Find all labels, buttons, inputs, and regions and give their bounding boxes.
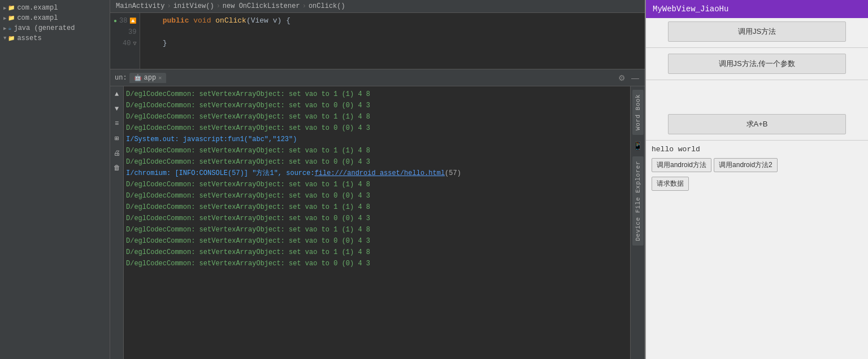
scroll-up-button[interactable]: ▲ bbox=[111, 89, 123, 100]
line-num-39: 39 bbox=[114, 27, 136, 38]
call-js-btn[interactable]: 调用JS方法 bbox=[668, 21, 845, 42]
phone-icon: 📱 bbox=[632, 141, 644, 152]
scroll-down-button[interactable]: ▼ bbox=[111, 103, 123, 115]
line-num-40: 40 ▽ bbox=[114, 38, 136, 49]
method-onclick: onClick bbox=[215, 16, 246, 25]
tab-actions: ⚙ — bbox=[617, 72, 640, 84]
log-message: D/eglCodecCommon: setVertexArrayObject: … bbox=[126, 202, 370, 212]
hello-text: hello world bbox=[646, 143, 868, 156]
minimize-button[interactable]: — bbox=[630, 72, 640, 84]
log-message: D/eglCodecCommon: setVertexArrayObject: … bbox=[126, 247, 370, 257]
log-message: D/eglCodecCommon: setVertexArrayObject: … bbox=[126, 259, 370, 269]
log-row: D/eglCodecCommon: setVertexArrayObject: … bbox=[124, 111, 630, 122]
small-buttons-area: 调用android方法 调用android方法2 bbox=[646, 156, 868, 174]
log-message: D/eglCodecCommon: setVertexArrayObject: … bbox=[126, 225, 370, 235]
log-message: D/eglCodecCommon: setVertexArrayObject: … bbox=[126, 89, 370, 99]
log-row: I/chromium: [INFO:CONSOLE(57)] "方法1", so… bbox=[124, 168, 630, 179]
log-content[interactable]: D/eglCodecCommon: setVertexArrayObject: … bbox=[124, 86, 630, 359]
tree-label-3: java (generated bbox=[14, 24, 75, 32]
editor-area: MainActivity › initView() › new OnClickL… bbox=[110, 0, 645, 359]
tree-label-2: com.exampl bbox=[17, 14, 58, 22]
log-row: D/eglCodecCommon: setVertexArrayObject: … bbox=[124, 258, 630, 269]
tree-item-java[interactable]: ▶ ☕ java (generated bbox=[0, 23, 110, 33]
breadcrumb-onclick: onClick() bbox=[309, 2, 345, 10]
tree-item-com1[interactable]: ▶ 📁 com.exampl bbox=[0, 3, 110, 13]
line-num-text-38: 38 bbox=[119, 17, 127, 25]
clear-log-button[interactable]: 🗑 bbox=[111, 162, 123, 173]
breadcrumb-sep1: › bbox=[167, 2, 171, 10]
table-view-button[interactable]: ⊞ bbox=[111, 133, 123, 144]
java-icon: ☕ bbox=[8, 25, 11, 32]
file-tree: ▶ 📁 com.exampl ▶ 📁 com.exampl ▶ ☕ java (… bbox=[0, 0, 110, 359]
breakpoint-icon-38: ● bbox=[114, 18, 117, 24]
log-message: D/eglCodecCommon: setVertexArrayObject: … bbox=[126, 123, 370, 133]
folder-icon-4: 📁 bbox=[8, 35, 15, 42]
call-js-param-btn[interactable]: 调用JS方法,传一个参数 bbox=[668, 54, 845, 74]
log-message: D/eglCodecCommon: setVertexArrayObject: … bbox=[126, 213, 370, 224]
soft-wrap-button[interactable]: ≡ bbox=[111, 118, 123, 129]
type-view: View bbox=[251, 16, 268, 25]
folder-icon-1: 📁 bbox=[8, 5, 15, 11]
tree-arrow-3: ▶ bbox=[3, 25, 6, 32]
tree-item-com2[interactable]: ▶ 📁 com.exampl bbox=[0, 13, 110, 23]
log-row: D/eglCodecCommon: setVertexArrayObject: … bbox=[124, 89, 630, 100]
tree-arrow-4: ▼ bbox=[3, 36, 6, 41]
log-message: D/eglCodecCommon: setVertexArrayObject: … bbox=[126, 100, 370, 111]
log-row: D/eglCodecCommon: setVertexArrayObject: … bbox=[124, 235, 630, 247]
divider-2 bbox=[646, 80, 868, 80]
log-row: D/eglCodecCommon: setVertexArrayObject: … bbox=[124, 213, 630, 224]
run-panel: un: 🤖 app ✕ ⚙ — ▲ ▼ ≡ ⊞ 🖨 🗑 bbox=[110, 69, 645, 359]
log-row: I/System.out: javascript:fun1("abc","123… bbox=[124, 134, 630, 145]
call-android-btn2[interactable]: 调用android方法2 bbox=[714, 158, 778, 172]
divider-3 bbox=[646, 140, 868, 141]
run-label: un: bbox=[115, 74, 127, 82]
run-tab-app[interactable]: 🤖 app ✕ bbox=[129, 73, 167, 83]
breadcrumb-initview: initView() bbox=[173, 2, 214, 10]
log-row: D/eglCodecCommon: setVertexArrayObject: … bbox=[124, 156, 630, 168]
request-data-btn[interactable]: 请求数据 bbox=[652, 177, 689, 191]
webview-body: 调用JS方法 调用JS方法,传一个参数 求A+B hello world 调用a… bbox=[646, 18, 868, 359]
breadcrumb-mainactivity: MainActivity bbox=[116, 2, 164, 10]
log-row: D/eglCodecCommon: setVertexArrayObject: … bbox=[124, 247, 630, 258]
log-message: D/eglCodecCommon: setVertexArrayObject: … bbox=[126, 236, 370, 246]
tree-arrow-1: ▶ bbox=[3, 5, 6, 11]
webview-panel: MyWebView_JiaoHu 调用JS方法 调用JS方法,传一个参数 求A+… bbox=[645, 0, 868, 359]
breadcrumb-sep2: › bbox=[216, 2, 220, 10]
code-content: public void onClick(View v) { } bbox=[140, 13, 645, 69]
run-tabbar: un: 🤖 app ✕ ⚙ — bbox=[110, 69, 645, 86]
divider-1 bbox=[646, 47, 868, 48]
log-message: D/eglCodecCommon: setVertexArrayObject: … bbox=[126, 112, 370, 122]
print-button[interactable]: 🖨 bbox=[111, 147, 123, 159]
log-message: D/eglCodecCommon: setVertexArrayObject: … bbox=[126, 157, 370, 167]
log-row: D/eglCodecCommon: setVertexArrayObject: … bbox=[124, 224, 630, 235]
log-message: D/eglCodecCommon: setVertexArrayObject: … bbox=[126, 180, 370, 190]
code-view: ● 38 🔼 39 40 ▽ public void onClick(View … bbox=[110, 13, 645, 69]
log-suffix: (57) bbox=[445, 168, 461, 178]
log-link[interactable]: file:///android_asset/hello.html bbox=[315, 168, 445, 178]
folder-icon-2: 📁 bbox=[8, 15, 15, 21]
tree-label-1: com.exampl bbox=[17, 4, 58, 12]
log-row: D/eglCodecCommon: setVertexArrayObject: … bbox=[124, 179, 630, 190]
tree-arrow-2: ▶ bbox=[3, 15, 6, 21]
webview-title: MyWebView_JiaoHu bbox=[653, 5, 728, 14]
calc-ab-btn[interactable]: 求A+B bbox=[668, 114, 845, 134]
log-message: I/System.out: javascript:fun1("abc","123… bbox=[126, 134, 297, 145]
left-toolbar: ▲ ▼ ≡ ⊞ 🖨 🗑 bbox=[110, 86, 124, 359]
debug-indicator-38: 🔼 bbox=[129, 17, 136, 24]
log-row: D/eglCodecCommon: setVertexArrayObject: … bbox=[124, 122, 630, 134]
word-book-tab[interactable]: Word Book bbox=[632, 90, 644, 135]
tree-item-assets[interactable]: ▼ 📁 assets bbox=[0, 33, 110, 43]
close-tab-icon[interactable]: ✕ bbox=[158, 75, 162, 81]
run-tab-label: app bbox=[144, 74, 157, 82]
line-num-text-40: 40 bbox=[123, 40, 131, 47]
code-line-38: public void onClick(View v) { bbox=[145, 15, 640, 27]
breadcrumb: MainActivity › initView() › new OnClickL… bbox=[110, 0, 645, 13]
device-file-explorer-tab[interactable]: Device File Explorer bbox=[632, 156, 644, 246]
android-icon: 🤖 bbox=[134, 74, 142, 81]
kw-public: public bbox=[163, 16, 189, 25]
call-android-btn1[interactable]: 调用android方法 bbox=[652, 158, 711, 172]
log-message: D/eglCodecCommon: setVertexArrayObject: … bbox=[126, 146, 370, 156]
breadcrumb-onclicklistener: new OnClickListener bbox=[223, 2, 300, 10]
line-num-text-39: 39 bbox=[128, 28, 136, 36]
settings-button[interactable]: ⚙ bbox=[617, 72, 627, 84]
